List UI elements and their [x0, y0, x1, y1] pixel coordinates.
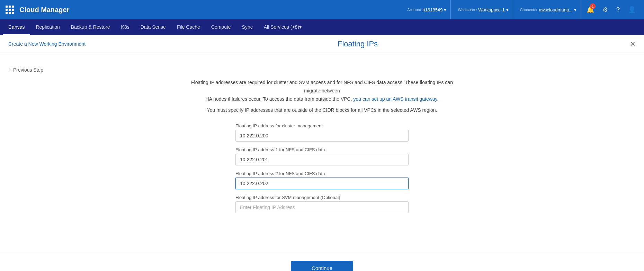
previous-step-button[interactable]: ↑ Previous Step — [8, 67, 43, 73]
field3-group: Floating IP address 2 for NFS and CIFS d… — [235, 171, 409, 189]
svm-management-ip-input[interactable] — [235, 201, 409, 213]
apps-icon[interactable] — [6, 6, 14, 14]
continue-button[interactable]: Continue — [291, 261, 353, 271]
nfs-cifs-ip2-input[interactable] — [235, 178, 409, 189]
nav-canvas[interactable]: Canvas — [3, 19, 30, 35]
close-button[interactable]: ✕ — [630, 40, 636, 48]
notification-badge: 1 — [590, 3, 596, 9]
account-chevron-icon: ▾ — [444, 7, 446, 12]
previous-step-label: Previous Step — [13, 67, 43, 73]
description2-text: You must specify IP addresses that are o… — [207, 107, 437, 113]
main-content: ↑ Previous Step Floating IP addresses ar… — [0, 53, 644, 254]
field4-group: Floating IP address for SVM management (… — [235, 195, 409, 213]
page-title: Floating IPs — [86, 39, 630, 48]
footer-bar: Continue — [0, 254, 644, 271]
workspace-value: Workspace-1 — [478, 7, 504, 12]
account-label: Account — [407, 8, 421, 12]
transit-gateway-link[interactable]: you can set up an AWS transit gateway. — [354, 96, 439, 102]
nav-k8s[interactable]: K8s — [116, 19, 135, 35]
account-value: rt1618549 — [422, 7, 443, 12]
nav-data-sense[interactable]: Data Sense — [135, 19, 171, 35]
content-area: ↑ Previous Step Floating IP addresses ar… — [0, 53, 644, 271]
settings-button[interactable]: ⚙ — [600, 0, 611, 19]
breadcrumb-bar: Create a New Working Environment Floatin… — [0, 35, 644, 53]
nav-bar: Canvas Replication Backup & Restore K8s … — [0, 19, 644, 35]
connector-value: awscloudmana... — [539, 7, 573, 12]
top-header: Cloud Manager Account rt1618549 ▾ Worksp… — [0, 0, 644, 19]
field4-label: Floating IP address for SVM management (… — [235, 195, 409, 200]
nav-file-cache[interactable]: File Cache — [171, 19, 206, 35]
notification-button[interactable]: 🔔 1 — [584, 0, 597, 19]
all-services-chevron-icon: ▾ — [299, 24, 302, 30]
help-button[interactable]: ? — [614, 0, 623, 19]
field1-label: Floating IP address for cluster manageme… — [235, 123, 409, 128]
breadcrumb-link[interactable]: Create a New Working Environment — [8, 41, 86, 47]
description-text: Floating IP addresses are required for c… — [190, 79, 454, 103]
header-right: Account rt1618549 ▾ Workspace Workspace-… — [403, 0, 638, 19]
nav-sync[interactable]: Sync — [236, 19, 258, 35]
field2-label: Floating IP address 1 for NFS and CIFS d… — [235, 147, 409, 152]
up-arrow-icon: ↑ — [8, 67, 11, 73]
floating-ip-form: Floating IP address for cluster manageme… — [235, 123, 409, 213]
nfs-cifs-ip1-input[interactable] — [235, 154, 409, 165]
nav-compute[interactable]: Compute — [206, 19, 236, 35]
nav-all-services[interactable]: All Services (+8) ▾ — [258, 19, 307, 35]
workspace-label: Workspace — [458, 8, 477, 12]
account-menu[interactable]: Account rt1618549 ▾ — [403, 0, 451, 19]
nav-backup-restore[interactable]: Backup & Restore — [65, 19, 116, 35]
connector-chevron-icon: ▾ — [574, 7, 576, 12]
connector-menu[interactable]: Connector awscloudmana... ▾ — [516, 0, 581, 19]
field1-group: Floating IP address for cluster manageme… — [235, 123, 409, 142]
nav-replication[interactable]: Replication — [30, 19, 65, 35]
user-button[interactable]: 👤 — [625, 0, 638, 19]
workspace-chevron-icon: ▾ — [506, 7, 509, 12]
field3-label: Floating IP address 2 for NFS and CIFS d… — [235, 171, 409, 176]
workspace-menu[interactable]: Workspace Workspace-1 ▾ — [454, 0, 513, 19]
field2-group: Floating IP address 1 for NFS and CIFS d… — [235, 147, 409, 165]
connector-label: Connector — [520, 8, 538, 12]
app-title: Cloud Manager — [19, 6, 403, 14]
cluster-management-ip-input[interactable] — [235, 130, 409, 142]
